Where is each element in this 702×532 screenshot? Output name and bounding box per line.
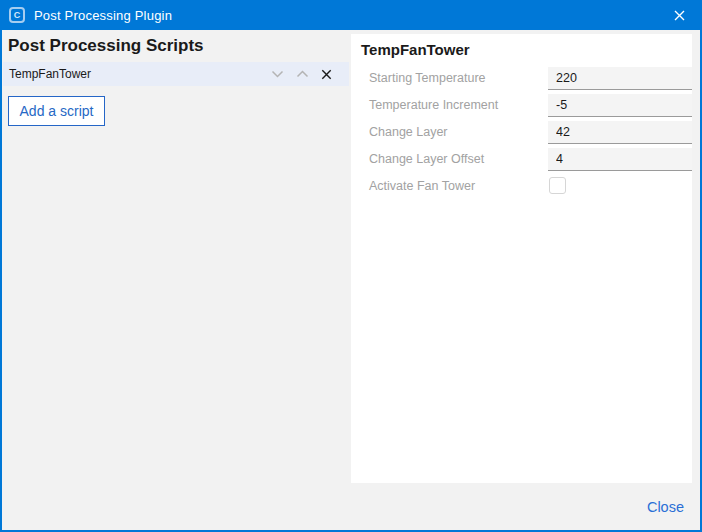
setting-row-change-layer-offset: Change Layer Offset bbox=[351, 148, 692, 171]
titlebar: C Post Processing Plugin bbox=[0, 0, 702, 30]
setting-label: Temperature Increment bbox=[369, 98, 498, 112]
dialog-body: Post Processing Scripts TempFanTower bbox=[2, 30, 700, 530]
app-icon-letter: C bbox=[14, 11, 21, 20]
script-list-item-tempfantower[interactable]: TempFanTower bbox=[3, 62, 349, 86]
close-icon bbox=[674, 10, 685, 21]
chevron-down-icon bbox=[271, 70, 284, 78]
script-row-actions bbox=[271, 69, 349, 80]
remove-script-button[interactable] bbox=[321, 69, 332, 80]
script-settings-panel: TempFanTower Starting Temperature Temper… bbox=[351, 34, 692, 483]
move-script-up-button[interactable] bbox=[296, 70, 309, 78]
chevron-up-icon bbox=[296, 70, 309, 78]
move-script-down-button[interactable] bbox=[271, 70, 284, 78]
window-title: Post Processing Plugin bbox=[34, 8, 172, 23]
change-layer-input[interactable] bbox=[548, 121, 692, 144]
scripts-panel-heading: Post Processing Scripts bbox=[8, 36, 204, 56]
add-script-button[interactable]: Add a script bbox=[8, 96, 105, 126]
setting-row-temperature-increment: Temperature Increment bbox=[351, 94, 692, 117]
setting-label: Activate Fan Tower bbox=[369, 179, 475, 193]
window-close-button[interactable] bbox=[656, 0, 702, 30]
temperature-increment-input[interactable] bbox=[548, 94, 692, 117]
cura-app-icon: C bbox=[9, 7, 25, 23]
script-settings-heading: TempFanTower bbox=[361, 41, 470, 58]
activate-fan-tower-checkbox[interactable] bbox=[549, 177, 566, 194]
setting-label: Change Layer bbox=[369, 125, 448, 139]
setting-label: Starting Temperature bbox=[369, 71, 486, 85]
setting-row-starting-temperature: Starting Temperature bbox=[351, 67, 692, 90]
change-layer-offset-input[interactable] bbox=[548, 148, 692, 171]
close-dialog-button[interactable]: Close bbox=[647, 499, 684, 515]
post-processing-plugin-window: C Post Processing Plugin Post Processing… bbox=[0, 0, 702, 532]
starting-temperature-input[interactable] bbox=[548, 67, 692, 90]
setting-row-activate-fan-tower: Activate Fan Tower bbox=[351, 175, 692, 198]
setting-row-change-layer: Change Layer bbox=[351, 121, 692, 144]
script-name-label: TempFanTower bbox=[3, 67, 271, 81]
setting-label: Change Layer Offset bbox=[369, 152, 484, 166]
remove-icon bbox=[321, 69, 332, 80]
